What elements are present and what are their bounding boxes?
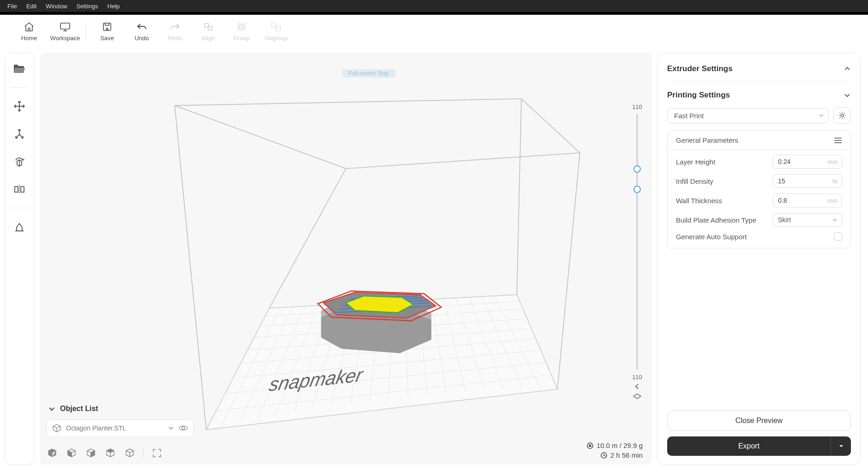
svg-rect-4 — [238, 23, 245, 30]
home-icon — [24, 21, 35, 33]
svg-marker-37 — [175, 99, 580, 169]
view-left[interactable] — [85, 447, 97, 459]
auto-support-label: Generate Auto Support — [676, 233, 747, 241]
time-stat: 2 h 56 min — [600, 451, 643, 459]
general-parameters-card: General Parameters Layer Height mm Infil… — [667, 130, 851, 248]
toolbar-divider-1 — [86, 21, 86, 42]
svg-rect-6 — [271, 23, 276, 27]
folder-open-icon — [13, 63, 26, 74]
slider-track[interactable] — [636, 114, 638, 370]
menu-icon[interactable] — [834, 137, 842, 144]
slider-handle-top[interactable] — [633, 165, 641, 173]
printing-settings-header[interactable]: Printing Settings — [667, 88, 851, 103]
adhesion-type-row: Build Plate Adhesion Type Skirt — [676, 213, 842, 227]
close-preview-button[interactable]: Close Preview — [667, 411, 851, 431]
object-name: Octagon Planter.STL — [66, 424, 126, 432]
group-button[interactable]: Group — [225, 18, 258, 45]
slider-handle-bottom[interactable] — [633, 186, 641, 193]
view-front[interactable] — [66, 447, 78, 459]
align-button[interactable]: Align — [192, 18, 225, 45]
adhesion-type-label: Build Plate Adhesion Type — [676, 216, 756, 224]
workspace-button[interactable]: Workspace — [47, 18, 83, 45]
chevron-up-icon — [844, 65, 851, 73]
caret-down-icon[interactable] — [168, 425, 174, 431]
undo-icon — [136, 21, 147, 33]
slider-view-toggle[interactable] — [633, 393, 641, 400]
wall-thickness-label: Wall Thickness — [676, 197, 722, 205]
ungroup-label: Ungroup — [265, 35, 288, 42]
main-region: snapmaker — [0, 48, 868, 472]
clock-icon — [600, 452, 608, 459]
mirror-tool[interactable] — [10, 180, 29, 199]
move-icon — [13, 100, 25, 112]
profile-row: Fast Print — [667, 107, 851, 124]
action-buttons: Close Preview Export — [667, 411, 851, 456]
scale-tool[interactable] — [10, 125, 29, 143]
view-top[interactable] — [104, 447, 116, 459]
menu-settings[interactable]: Settings — [72, 1, 103, 11]
svg-rect-9 — [21, 187, 24, 192]
redo-button[interactable]: Redo — [158, 18, 192, 45]
eye-icon[interactable] — [179, 424, 188, 432]
printing-settings-title: Printing Settings — [667, 91, 730, 100]
view-iso[interactable] — [46, 447, 58, 459]
caret-down-icon — [838, 443, 844, 449]
general-parameters-header[interactable]: General Parameters — [668, 131, 850, 150]
align-icon — [203, 21, 213, 33]
undo-label: Undo — [134, 35, 149, 42]
svg-line-41 — [269, 169, 346, 308]
svg-marker-50 — [346, 296, 413, 313]
export-dropdown-button[interactable] — [831, 436, 851, 456]
layer-height-label: Layer Height — [676, 158, 715, 166]
redo-label: Redo — [168, 35, 182, 42]
menu-help[interactable]: Help — [103, 1, 125, 11]
export-button[interactable]: Export — [667, 436, 831, 456]
rotate-tool[interactable] — [10, 152, 29, 171]
support-icon — [13, 221, 25, 233]
menu-file[interactable]: File — [3, 1, 22, 11]
move-tool[interactable] — [10, 97, 29, 115]
auto-support-checkbox[interactable] — [834, 232, 842, 241]
extruder-settings-header[interactable]: Extruder Settings — [667, 61, 851, 76]
support-tool[interactable] — [10, 218, 29, 236]
object-row[interactable]: Octagon Planter.STL — [46, 419, 194, 437]
main-toolbar: Home Workspace Save Undo Redo Align — [0, 15, 868, 48]
profile-settings-button[interactable] — [833, 107, 851, 124]
ungroup-button[interactable]: Ungroup — [258, 18, 294, 45]
strip-separator — [10, 87, 29, 88]
save-button[interactable]: Save — [89, 18, 125, 45]
menu-window[interactable]: Window — [41, 1, 72, 11]
object-list-header[interactable]: Object List — [46, 402, 194, 419]
3d-viewport[interactable]: snapmaker — [40, 53, 652, 465]
svg-line-40 — [557, 153, 580, 389]
home-label: Home — [21, 35, 37, 42]
view-bottom[interactable] — [124, 447, 136, 459]
undo-button[interactable]: Undo — [125, 18, 158, 45]
view-separator — [143, 448, 144, 458]
svg-line-38 — [175, 106, 206, 430]
home-button[interactable]: Home — [11, 18, 47, 45]
slider-bottom-label: 110 — [632, 374, 642, 381]
redo-icon — [169, 21, 181, 33]
wall-thickness-row: Wall Thickness mm — [676, 194, 842, 207]
layer-height-unit: mm — [827, 158, 838, 165]
snip-badge: Full-screen Snip — [342, 69, 395, 78]
auto-support-row: Generate Auto Support — [676, 232, 842, 241]
fit-view[interactable] — [151, 447, 163, 459]
chevron-down-icon — [844, 91, 851, 99]
slider-top-label: 110 — [632, 103, 642, 110]
save-icon — [102, 21, 112, 33]
object-list-panel: Object List Octagon Planter.STL — [46, 402, 194, 437]
profile-select[interactable]: Fast Print — [667, 108, 829, 123]
svg-point-52 — [182, 427, 185, 430]
open-file-button[interactable] — [10, 60, 29, 78]
svg-rect-5 — [240, 25, 243, 29]
svg-rect-2 — [205, 24, 208, 27]
svg-rect-0 — [60, 23, 70, 29]
svg-point-54 — [589, 445, 591, 447]
filament-icon — [586, 442, 594, 449]
menu-edit[interactable]: Edit — [22, 1, 41, 11]
slider-collapse-button[interactable] — [634, 381, 640, 393]
adhesion-type-select[interactable]: Skirt — [773, 213, 842, 227]
layer-height-row: Layer Height mm — [676, 155, 842, 169]
